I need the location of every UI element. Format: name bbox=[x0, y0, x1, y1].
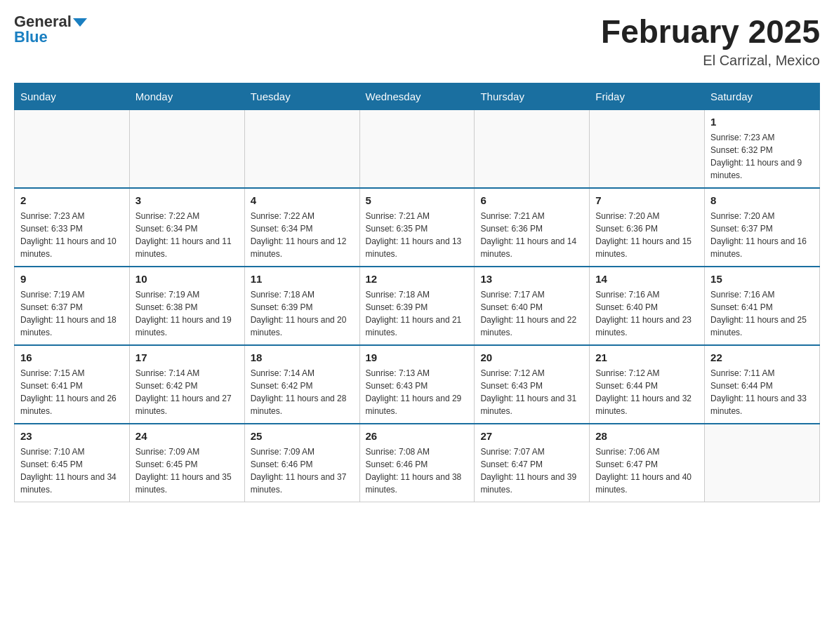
day-number: 6 bbox=[480, 194, 583, 206]
day-info: Sunrise: 7:13 AMSunset: 6:43 PMDaylight:… bbox=[366, 367, 469, 417]
day-number: 22 bbox=[710, 351, 814, 363]
day-info: Sunrise: 7:12 AMSunset: 6:44 PMDaylight:… bbox=[595, 367, 699, 417]
calendar-title: February 2025 bbox=[601, 14, 820, 50]
day-info: Sunrise: 7:12 AMSunset: 6:43 PMDaylight:… bbox=[480, 367, 583, 417]
table-row bbox=[590, 109, 705, 188]
day-number: 8 bbox=[710, 194, 814, 206]
header-sunday: Sunday bbox=[15, 83, 130, 109]
table-row: 7Sunrise: 7:20 AMSunset: 6:36 PMDaylight… bbox=[590, 188, 705, 267]
day-info: Sunrise: 7:11 AMSunset: 6:44 PMDaylight:… bbox=[710, 367, 814, 417]
table-row: 28Sunrise: 7:06 AMSunset: 6:47 PMDayligh… bbox=[590, 424, 705, 502]
table-row: 22Sunrise: 7:11 AMSunset: 6:44 PMDayligh… bbox=[705, 345, 820, 424]
day-number: 9 bbox=[20, 273, 124, 285]
table-row: 23Sunrise: 7:10 AMSunset: 6:45 PMDayligh… bbox=[15, 424, 130, 502]
day-info: Sunrise: 7:14 AMSunset: 6:42 PMDaylight:… bbox=[251, 367, 354, 417]
day-number: 20 bbox=[480, 351, 583, 363]
table-row: 4Sunrise: 7:22 AMSunset: 6:34 PMDaylight… bbox=[244, 188, 359, 267]
header-tuesday: Tuesday bbox=[244, 83, 359, 109]
table-row: 18Sunrise: 7:14 AMSunset: 6:42 PMDayligh… bbox=[244, 345, 359, 424]
table-row bbox=[244, 109, 359, 188]
header-saturday: Saturday bbox=[705, 83, 820, 109]
day-info: Sunrise: 7:20 AMSunset: 6:36 PMDaylight:… bbox=[595, 210, 699, 260]
day-info: Sunrise: 7:18 AMSunset: 6:39 PMDaylight:… bbox=[251, 288, 354, 339]
header-thursday: Thursday bbox=[475, 83, 590, 109]
table-row: 24Sunrise: 7:09 AMSunset: 6:45 PMDayligh… bbox=[129, 424, 244, 502]
calendar-subtitle: El Carrizal, Mexico bbox=[601, 53, 820, 69]
day-number: 12 bbox=[366, 273, 469, 285]
day-number: 14 bbox=[595, 273, 699, 285]
table-row bbox=[359, 109, 475, 188]
calendar-week-1: 1Sunrise: 7:23 AMSunset: 6:32 PMDaylight… bbox=[15, 109, 820, 188]
header-friday: Friday bbox=[590, 83, 705, 109]
table-row: 5Sunrise: 7:21 AMSunset: 6:35 PMDaylight… bbox=[359, 188, 475, 267]
day-info: Sunrise: 7:22 AMSunset: 6:34 PMDaylight:… bbox=[135, 210, 239, 260]
day-info: Sunrise: 7:06 AMSunset: 6:47 PMDaylight:… bbox=[595, 445, 699, 496]
day-info: Sunrise: 7:16 AMSunset: 6:40 PMDaylight:… bbox=[595, 288, 699, 339]
day-number: 13 bbox=[480, 273, 583, 285]
logo-blue: Blue bbox=[14, 29, 48, 45]
table-row: 3Sunrise: 7:22 AMSunset: 6:34 PMDaylight… bbox=[129, 188, 244, 267]
day-number: 25 bbox=[251, 430, 354, 442]
day-info: Sunrise: 7:19 AMSunset: 6:38 PMDaylight:… bbox=[135, 288, 239, 339]
logo: General Blue bbox=[14, 14, 87, 45]
table-row: 11Sunrise: 7:18 AMSunset: 6:39 PMDayligh… bbox=[244, 267, 359, 345]
table-row: 2Sunrise: 7:23 AMSunset: 6:33 PMDaylight… bbox=[15, 188, 130, 267]
table-row: 8Sunrise: 7:20 AMSunset: 6:37 PMDaylight… bbox=[705, 188, 820, 267]
header-wednesday: Wednesday bbox=[359, 83, 475, 109]
logo-text: General bbox=[14, 14, 87, 29]
table-row bbox=[705, 424, 820, 502]
day-number: 5 bbox=[366, 194, 469, 206]
weekday-header-row: Sunday Monday Tuesday Wednesday Thursday… bbox=[15, 83, 820, 109]
day-info: Sunrise: 7:23 AMSunset: 6:32 PMDaylight:… bbox=[710, 131, 814, 182]
table-row: 14Sunrise: 7:16 AMSunset: 6:40 PMDayligh… bbox=[590, 267, 705, 345]
table-row: 27Sunrise: 7:07 AMSunset: 6:47 PMDayligh… bbox=[475, 424, 590, 502]
table-row: 20Sunrise: 7:12 AMSunset: 6:43 PMDayligh… bbox=[475, 345, 590, 424]
day-info: Sunrise: 7:21 AMSunset: 6:35 PMDaylight:… bbox=[366, 210, 469, 260]
day-info: Sunrise: 7:14 AMSunset: 6:42 PMDaylight:… bbox=[135, 367, 239, 417]
table-row: 15Sunrise: 7:16 AMSunset: 6:41 PMDayligh… bbox=[705, 267, 820, 345]
day-number: 16 bbox=[20, 351, 124, 363]
day-info: Sunrise: 7:17 AMSunset: 6:40 PMDaylight:… bbox=[480, 288, 583, 339]
calendar-week-3: 9Sunrise: 7:19 AMSunset: 6:37 PMDaylight… bbox=[15, 267, 820, 345]
calendar-week-5: 23Sunrise: 7:10 AMSunset: 6:45 PMDayligh… bbox=[15, 424, 820, 502]
table-row: 19Sunrise: 7:13 AMSunset: 6:43 PMDayligh… bbox=[359, 345, 475, 424]
day-info: Sunrise: 7:07 AMSunset: 6:47 PMDaylight:… bbox=[480, 445, 583, 496]
day-number: 24 bbox=[135, 430, 239, 442]
day-info: Sunrise: 7:21 AMSunset: 6:36 PMDaylight:… bbox=[480, 210, 583, 260]
day-info: Sunrise: 7:15 AMSunset: 6:41 PMDaylight:… bbox=[20, 367, 124, 417]
day-number: 23 bbox=[20, 430, 124, 442]
calendar-table: Sunday Monday Tuesday Wednesday Thursday… bbox=[14, 83, 820, 502]
day-info: Sunrise: 7:23 AMSunset: 6:33 PMDaylight:… bbox=[20, 210, 124, 260]
day-info: Sunrise: 7:10 AMSunset: 6:45 PMDaylight:… bbox=[20, 445, 124, 496]
table-row bbox=[475, 109, 590, 188]
day-number: 3 bbox=[135, 194, 239, 206]
table-row: 17Sunrise: 7:14 AMSunset: 6:42 PMDayligh… bbox=[129, 345, 244, 424]
day-number: 1 bbox=[710, 116, 814, 128]
day-info: Sunrise: 7:09 AMSunset: 6:45 PMDaylight:… bbox=[135, 445, 239, 496]
page-header: General Blue February 2025 El Carrizal, … bbox=[14, 14, 820, 69]
table-row: 9Sunrise: 7:19 AMSunset: 6:37 PMDaylight… bbox=[15, 267, 130, 345]
day-number: 7 bbox=[595, 194, 699, 206]
day-info: Sunrise: 7:18 AMSunset: 6:39 PMDaylight:… bbox=[366, 288, 469, 339]
header-monday: Monday bbox=[129, 83, 244, 109]
day-number: 17 bbox=[135, 351, 239, 363]
day-number: 2 bbox=[20, 194, 124, 206]
table-row: 26Sunrise: 7:08 AMSunset: 6:46 PMDayligh… bbox=[359, 424, 475, 502]
day-number: 10 bbox=[135, 273, 239, 285]
table-row: 16Sunrise: 7:15 AMSunset: 6:41 PMDayligh… bbox=[15, 345, 130, 424]
day-number: 11 bbox=[251, 273, 354, 285]
day-number: 18 bbox=[251, 351, 354, 363]
day-info: Sunrise: 7:19 AMSunset: 6:37 PMDaylight:… bbox=[20, 288, 124, 339]
day-number: 15 bbox=[710, 273, 814, 285]
table-row: 13Sunrise: 7:17 AMSunset: 6:40 PMDayligh… bbox=[475, 267, 590, 345]
table-row: 1Sunrise: 7:23 AMSunset: 6:32 PMDaylight… bbox=[705, 109, 820, 188]
table-row: 10Sunrise: 7:19 AMSunset: 6:38 PMDayligh… bbox=[129, 267, 244, 345]
day-info: Sunrise: 7:08 AMSunset: 6:46 PMDaylight:… bbox=[366, 445, 469, 496]
day-number: 26 bbox=[366, 430, 469, 442]
day-number: 28 bbox=[595, 430, 699, 442]
logo-triangle-icon bbox=[73, 18, 87, 27]
table-row bbox=[129, 109, 244, 188]
table-row: 25Sunrise: 7:09 AMSunset: 6:46 PMDayligh… bbox=[244, 424, 359, 502]
day-info: Sunrise: 7:09 AMSunset: 6:46 PMDaylight:… bbox=[251, 445, 354, 496]
table-row bbox=[15, 109, 130, 188]
